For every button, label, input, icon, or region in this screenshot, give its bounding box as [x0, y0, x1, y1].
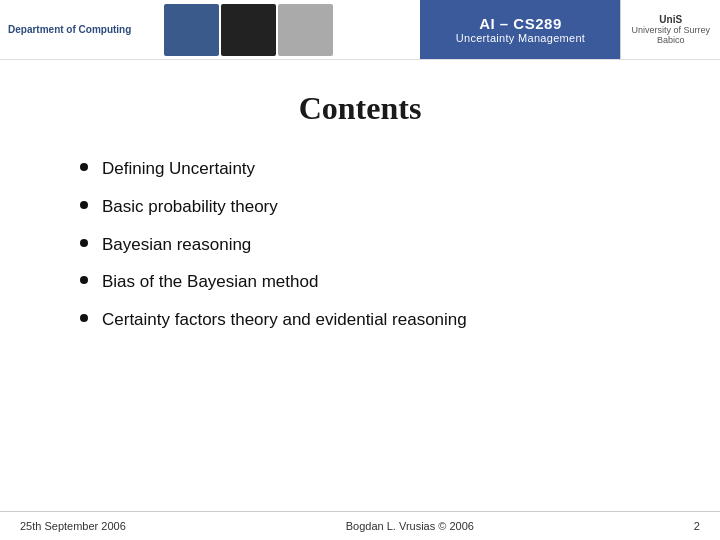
bullet-dot-icon [80, 276, 88, 284]
list-item: Defining Uncertainty [80, 157, 660, 181]
dept-label: Department of Computing [8, 24, 131, 36]
bullet-dot-icon [80, 314, 88, 322]
header-subtitle: Uncertainty Management [456, 32, 586, 44]
bullet-text: Defining Uncertainty [102, 157, 255, 181]
list-item: Bias of the Bayesian method [80, 270, 660, 294]
university-logo: UniS University of Surrey Babico [620, 0, 720, 59]
bullet-text: Certainty factors theory and evidential … [102, 308, 467, 332]
footer: 25th September 2006 Bogdan L. Vrusias © … [0, 511, 720, 540]
logo-text-3: Babico [657, 35, 685, 45]
footer-page: 2 [694, 520, 700, 532]
list-item: Certainty factors theory and evidential … [80, 308, 660, 332]
main-title: AI – CS289 [479, 15, 562, 32]
slide-title: Contents [60, 90, 660, 127]
header-image-1 [164, 4, 219, 56]
header: Department of Computing AI – CS289 Uncer… [0, 0, 720, 60]
dept-block: Department of Computing [0, 0, 160, 59]
bullet-dot-icon [80, 239, 88, 247]
footer-author: Bogdan L. Vrusias © 2006 [346, 520, 474, 532]
bullet-text: Bias of the Bayesian method [102, 270, 318, 294]
title-block: AI – CS289 Uncertainty Management [420, 0, 620, 59]
bullet-text: Basic probability theory [102, 195, 278, 219]
bullet-dot-icon [80, 201, 88, 209]
bullet-text: Bayesian reasoning [102, 233, 251, 257]
main-content: Contents Defining UncertaintyBasic proba… [0, 60, 720, 366]
bullet-list: Defining UncertaintyBasic probability th… [60, 157, 660, 332]
header-image-3 [278, 4, 333, 56]
logo-text-2: University of Surrey [631, 25, 710, 35]
list-item: Basic probability theory [80, 195, 660, 219]
header-images [160, 0, 420, 59]
footer-date: 25th September 2006 [20, 520, 126, 532]
logo-text-1: UniS [659, 14, 682, 25]
header-image-2 [221, 4, 276, 56]
list-item: Bayesian reasoning [80, 233, 660, 257]
bullet-dot-icon [80, 163, 88, 171]
